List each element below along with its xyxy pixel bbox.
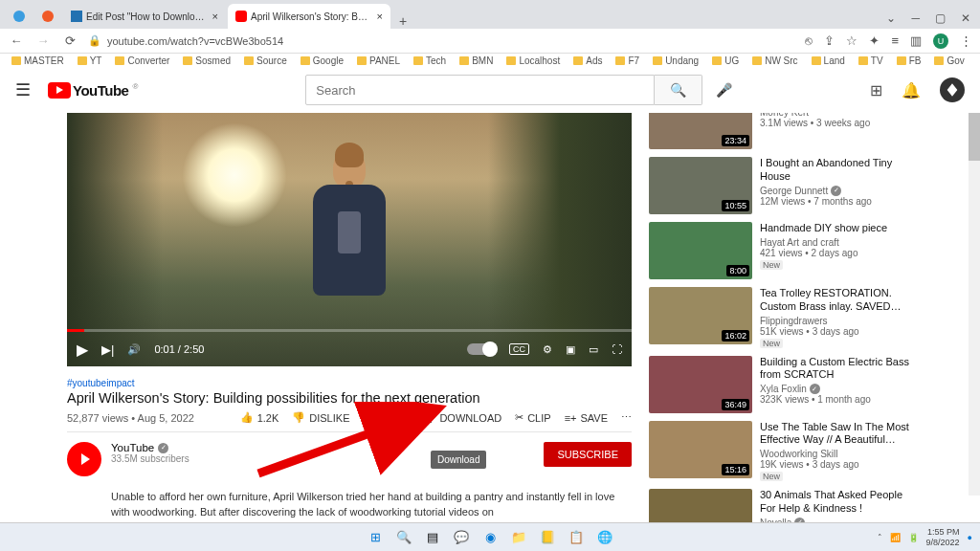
bookmark-item[interactable]: Land (812, 55, 845, 66)
volume-icon[interactable]: 🔊 (127, 343, 141, 356)
taskview-button[interactable]: ▤ (421, 526, 444, 549)
recommendation-item[interactable]: 10:55I Bought an Abandoned Tiny HouseGeo… (649, 157, 913, 214)
download-tooltip: Download (431, 451, 486, 469)
extension-icon[interactable]: ✦ (869, 33, 880, 48)
explorer-app-icon[interactable]: 📁 (507, 526, 530, 549)
browser-tab[interactable]: April Wilkerson's Story: Building× (228, 4, 390, 29)
mic-button[interactable]: 🎤 (708, 75, 739, 105)
star-icon[interactable]: ☆ (846, 33, 858, 48)
url-text: youtube.com/watch?v=vcBWe3bo514 (107, 35, 283, 47)
bookmark-item[interactable]: Converter (115, 55, 169, 66)
recommendation-item[interactable]: 8:00Handmade DIY show pieceHayat Art and… (649, 222, 913, 279)
list-icon[interactable]: ≡ (891, 33, 899, 48)
video-title: April Wilkerson's Story: Building possib… (67, 390, 632, 406)
chat-app-icon[interactable]: 💬 (450, 526, 473, 549)
maximize-icon[interactable]: ▢ (935, 11, 946, 25)
bookmark-item[interactable]: FB (897, 55, 922, 66)
wifi-icon[interactable]: 📶 (890, 533, 901, 542)
bookmark-item[interactable]: MASTER (11, 55, 64, 66)
close-icon[interactable]: ✕ (961, 11, 970, 25)
hashtag-link[interactable]: #youtubeimpact (67, 378, 632, 388)
share-icon: ↪ (363, 411, 371, 424)
recommendation-item[interactable]: 36:49Building a Custom Electric Bass fro… (649, 356, 913, 413)
more-icon[interactable]: ⋯ (621, 411, 632, 424)
close-icon[interactable]: × (212, 11, 218, 22)
miniplayer-icon[interactable]: ▣ (566, 343, 575, 356)
bookmarks-bar: MASTERYTConverterSosmedSourceGooglePANEL… (0, 54, 980, 67)
share-icon[interactable]: ⇪ (824, 33, 835, 48)
page-scrollbar[interactable] (969, 113, 980, 496)
like-button[interactable]: 👍1.2K (240, 411, 279, 424)
search-input[interactable] (305, 75, 655, 105)
bookmark-item[interactable]: BMN (459, 55, 493, 66)
new-tab-button[interactable]: + (392, 13, 413, 29)
panel-icon[interactable]: ▥ (910, 33, 922, 48)
translate-icon[interactable]: ⎋ (805, 33, 813, 48)
yt-logo[interactable]: YouTube ® (48, 82, 138, 99)
bookmark-item[interactable]: YT (78, 55, 102, 66)
browser-tab[interactable]: Edit Post "How to Download You× (63, 4, 226, 29)
battery-icon[interactable]: 🔋 (908, 533, 919, 542)
browser-tab[interactable] (34, 4, 61, 29)
playlist-add-icon: ≡+ (565, 412, 577, 424)
recommendation-item[interactable]: 30 Animals That Asked People For Help & … (649, 489, 913, 524)
start-button[interactable]: ⊞ (364, 526, 387, 549)
profile-avatar[interactable]: U (933, 33, 948, 49)
chrome-app-icon[interactable]: 🌐 (593, 526, 616, 549)
theater-icon[interactable]: ▭ (589, 343, 598, 356)
settings-icon[interactable]: ⚙ (543, 343, 552, 356)
bookmark-item[interactable]: F7 (615, 55, 639, 66)
user-avatar[interactable] (940, 77, 965, 102)
video-player[interactable]: ▶ ▶| 🔊 0:01 / 2:50 CC ⚙ ▣ ▭ ⛶ (67, 113, 632, 366)
next-icon[interactable]: ▶| (101, 342, 114, 357)
close-icon[interactable]: × (377, 11, 383, 22)
yt-header: ☰ YouTube ® 🔍 🎤 ⊞ 🔔 (0, 67, 980, 113)
browser-tab[interactable] (6, 4, 33, 29)
bookmark-item[interactable]: PANEL (357, 55, 400, 66)
hamburger-icon[interactable]: ☰ (15, 79, 31, 100)
cc-icon[interactable]: CC (509, 343, 529, 355)
bookmark-item[interactable]: UG (712, 55, 739, 66)
notes-app-icon[interactable]: 📒 (536, 526, 559, 549)
bookmark-item[interactable]: Localhost (506, 55, 560, 66)
create-icon[interactable]: ⊞ (870, 81, 882, 99)
bookmark-item[interactable]: TV (858, 55, 883, 66)
autoplay-toggle[interactable] (467, 343, 496, 355)
edge-app-icon[interactable]: ◉ (479, 526, 501, 549)
bookmark-item[interactable]: Google (301, 55, 344, 66)
clock[interactable]: 1:55 PM9/8/2022 (926, 527, 960, 547)
search-button[interactable]: 🔍 (392, 526, 415, 549)
dislike-button[interactable]: 👎DISLIKE (292, 411, 349, 424)
bookmark-item[interactable]: NW Src (752, 55, 797, 66)
bookmark-item[interactable]: Ads (573, 55, 602, 66)
download-button[interactable]: ⭳DOWNLOAD (425, 412, 501, 424)
recommendation-item[interactable]: 15:16Use The Table Saw In The Most Effec… (649, 421, 913, 482)
clip-button[interactable]: ✂CLIP (515, 411, 550, 424)
back-button[interactable]: ← (8, 33, 25, 48)
bookmark-item[interactable]: Tech (413, 55, 446, 66)
bookmark-item[interactable]: Gov (934, 55, 964, 66)
subscribe-button[interactable]: SUBSCRIBE (544, 442, 632, 467)
minimize-icon[interactable]: ─ (911, 11, 920, 25)
reload-button[interactable]: ⟳ (61, 33, 78, 48)
search-button[interactable]: 🔍 (655, 75, 702, 105)
lock-icon: 🔒 (88, 34, 101, 47)
fullscreen-icon[interactable]: ⛶ (612, 343, 622, 355)
play-icon[interactable]: ▶ (77, 341, 88, 359)
save-button[interactable]: ≡+SAVE (565, 412, 608, 424)
channel-avatar[interactable] (67, 442, 101, 476)
recommendations: 23:34$1,200 DeskMorley Kert3.1M views • … (649, 113, 913, 524)
bookmark-item[interactable]: Source (244, 55, 287, 66)
chevron-down-icon[interactable]: ⌄ (886, 11, 896, 25)
chevron-up-icon[interactable]: ˄ (878, 533, 882, 542)
bookmark-item[interactable]: Undang (653, 55, 699, 66)
recommendation-item[interactable]: 23:34$1,200 DeskMorley Kert3.1M views • … (649, 113, 913, 149)
notification-icon[interactable]: ● (968, 533, 972, 542)
recommendation-item[interactable]: 16:02Tea Trolley RESTORATION. Custom Bra… (649, 287, 913, 348)
bookmark-item[interactable]: Sosmed (183, 55, 231, 66)
sheets-app-icon[interactable]: 📋 (565, 526, 588, 549)
address-bar[interactable]: 🔒 youtube.com/watch?v=vcBWe3bo514 (88, 34, 795, 47)
share-button[interactable]: ↪SHARE (363, 411, 412, 424)
bell-icon[interactable]: 🔔 (902, 81, 921, 99)
menu-icon[interactable]: ⋮ (960, 33, 972, 48)
